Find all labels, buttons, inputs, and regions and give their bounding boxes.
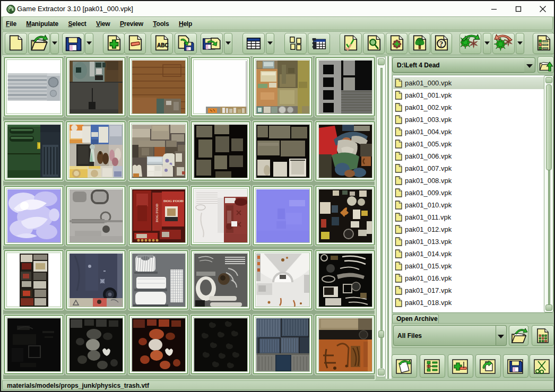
svg-text:?: ? [439,40,443,48]
svg-text:DOG FOOD: DOG FOOD [155,203,159,222]
svg-text:DOG FOOD: DOG FOOD [163,199,184,203]
svg-text:ABC: ABC [157,42,169,48]
